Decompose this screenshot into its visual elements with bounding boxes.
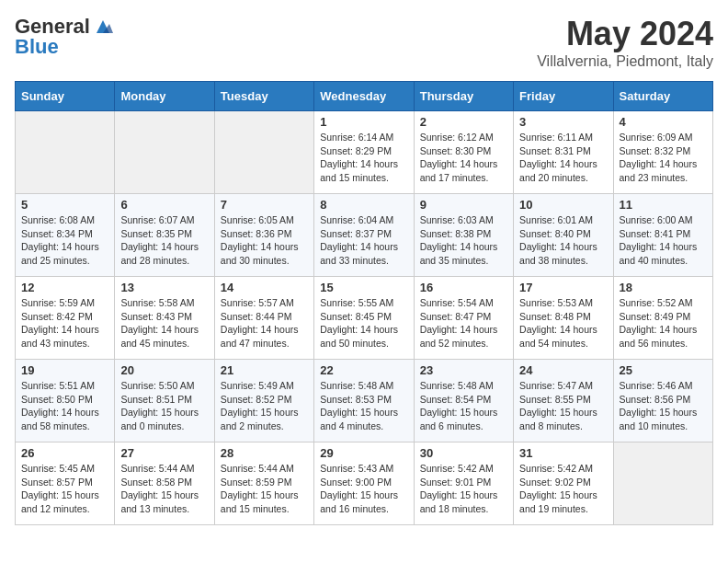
cell-info: Sunrise: 5:52 AMSunset: 8:49 PMDaylight:… <box>620 296 707 350</box>
header-thursday: Thursday <box>414 82 513 111</box>
cell-info: Sunrise: 5:49 AMSunset: 8:52 PMDaylight:… <box>221 379 308 433</box>
week-row-4: 19Sunrise: 5:51 AMSunset: 8:50 PMDayligh… <box>16 360 713 442</box>
day-number: 26 <box>21 446 108 460</box>
day-number: 12 <box>21 281 108 294</box>
week-row-2: 5Sunrise: 6:08 AMSunset: 8:34 PMDaylight… <box>16 194 713 277</box>
day-number: 25 <box>620 363 707 377</box>
calendar-cell: 27Sunrise: 5:44 AMSunset: 8:58 PMDayligh… <box>115 442 214 525</box>
calendar-cell: 19Sunrise: 5:51 AMSunset: 8:50 PMDayligh… <box>16 360 115 442</box>
cell-info: Sunrise: 5:58 AMSunset: 8:43 PMDaylight:… <box>120 296 208 350</box>
logo: General Blue <box>15 15 114 59</box>
cell-info: Sunrise: 5:45 AMSunset: 8:57 PMDaylight:… <box>21 462 108 516</box>
day-number: 14 <box>221 281 308 294</box>
calendar-cell: 17Sunrise: 5:53 AMSunset: 8:48 PMDayligh… <box>514 277 613 360</box>
cell-info: Sunrise: 5:44 AMSunset: 8:59 PMDaylight:… <box>221 462 308 516</box>
cell-info: Sunrise: 5:42 AMSunset: 9:01 PMDaylight:… <box>420 462 507 516</box>
cell-info: Sunrise: 5:53 AMSunset: 8:48 PMDaylight:… <box>519 296 607 350</box>
calendar-cell: 28Sunrise: 5:44 AMSunset: 8:59 PMDayligh… <box>214 442 313 525</box>
day-number: 18 <box>620 281 707 294</box>
cell-info: Sunrise: 5:44 AMSunset: 8:58 PMDaylight:… <box>120 462 208 516</box>
cell-info: Sunrise: 6:01 AMSunset: 8:40 PMDaylight:… <box>519 213 607 268</box>
cell-info: Sunrise: 5:43 AMSunset: 9:00 PMDaylight:… <box>320 462 407 516</box>
calendar-cell: 31Sunrise: 5:42 AMSunset: 9:02 PMDayligh… <box>514 442 613 525</box>
cell-info: Sunrise: 6:14 AMSunset: 8:29 PMDaylight:… <box>320 131 407 185</box>
calendar-cell: 8Sunrise: 6:04 AMSunset: 8:37 PMDaylight… <box>314 194 414 277</box>
calendar-cell: 26Sunrise: 5:45 AMSunset: 8:57 PMDayligh… <box>16 442 115 525</box>
calendar-cell: 25Sunrise: 5:46 AMSunset: 8:56 PMDayligh… <box>613 360 712 442</box>
cell-info: Sunrise: 5:42 AMSunset: 9:02 PMDaylight:… <box>519 462 607 516</box>
day-number: 22 <box>320 363 407 377</box>
calendar-cell: 1Sunrise: 6:14 AMSunset: 8:29 PMDaylight… <box>314 111 414 194</box>
day-number: 16 <box>420 281 507 294</box>
day-number: 2 <box>420 115 507 129</box>
day-number: 13 <box>120 281 208 294</box>
cell-info: Sunrise: 5:55 AMSunset: 8:45 PMDaylight:… <box>320 296 407 350</box>
calendar-cell: 18Sunrise: 5:52 AMSunset: 8:49 PMDayligh… <box>613 277 712 360</box>
cell-info: Sunrise: 6:00 AMSunset: 8:41 PMDaylight:… <box>620 213 707 268</box>
day-number: 28 <box>221 446 308 460</box>
logo-icon <box>93 17 113 37</box>
calendar-cell: 23Sunrise: 5:48 AMSunset: 8:54 PMDayligh… <box>414 360 513 442</box>
calendar-cell: 13Sunrise: 5:58 AMSunset: 8:43 PMDayligh… <box>115 277 214 360</box>
calendar-cell: 7Sunrise: 6:05 AMSunset: 8:36 PMDaylight… <box>214 194 313 277</box>
cell-info: Sunrise: 6:11 AMSunset: 8:31 PMDaylight:… <box>519 131 607 185</box>
header-saturday: Saturday <box>613 82 712 111</box>
calendar-cell <box>115 111 214 194</box>
calendar-cell: 29Sunrise: 5:43 AMSunset: 9:00 PMDayligh… <box>314 442 414 525</box>
day-number: 21 <box>221 363 308 377</box>
cell-info: Sunrise: 6:04 AMSunset: 8:37 PMDaylight:… <box>320 213 407 268</box>
page-header: General Blue May 2024 Villalvernia, Pied… <box>15 15 713 70</box>
calendar-cell: 10Sunrise: 6:01 AMSunset: 8:40 PMDayligh… <box>514 194 613 277</box>
day-number: 20 <box>120 363 208 377</box>
cell-info: Sunrise: 5:48 AMSunset: 8:54 PMDaylight:… <box>420 379 507 433</box>
cell-info: Sunrise: 5:50 AMSunset: 8:51 PMDaylight:… <box>120 379 208 433</box>
main-title: May 2024 <box>537 15 713 53</box>
day-number: 9 <box>420 198 507 212</box>
calendar-cell: 30Sunrise: 5:42 AMSunset: 9:01 PMDayligh… <box>414 442 513 525</box>
calendar-cell <box>613 442 712 525</box>
calendar-cell: 4Sunrise: 6:09 AMSunset: 8:32 PMDaylight… <box>613 111 712 194</box>
calendar-cell: 22Sunrise: 5:48 AMSunset: 8:53 PMDayligh… <box>314 360 414 442</box>
week-row-5: 26Sunrise: 5:45 AMSunset: 8:57 PMDayligh… <box>16 442 713 525</box>
calendar-cell: 11Sunrise: 6:00 AMSunset: 8:41 PMDayligh… <box>613 194 712 277</box>
calendar-cell <box>16 111 115 194</box>
calendar-cell: 21Sunrise: 5:49 AMSunset: 8:52 PMDayligh… <box>214 360 313 442</box>
day-number: 1 <box>320 115 407 129</box>
day-number: 5 <box>21 198 108 212</box>
cell-info: Sunrise: 5:46 AMSunset: 8:56 PMDaylight:… <box>620 379 707 433</box>
day-number: 7 <box>221 198 308 212</box>
header-tuesday: Tuesday <box>214 82 313 111</box>
day-number: 10 <box>519 198 607 212</box>
logo-blue: Blue <box>15 35 59 59</box>
header-wednesday: Wednesday <box>314 82 414 111</box>
header-row: SundayMondayTuesdayWednesdayThursdayFrid… <box>16 82 713 111</box>
calendar-cell: 20Sunrise: 5:50 AMSunset: 8:51 PMDayligh… <box>115 360 214 442</box>
day-number: 31 <box>519 446 607 460</box>
calendar-table: SundayMondayTuesdayWednesdayThursdayFrid… <box>15 81 713 525</box>
cell-info: Sunrise: 6:05 AMSunset: 8:36 PMDaylight:… <box>221 213 308 268</box>
calendar-cell: 15Sunrise: 5:55 AMSunset: 8:45 PMDayligh… <box>314 277 414 360</box>
header-friday: Friday <box>514 82 613 111</box>
day-number: 27 <box>120 446 208 460</box>
calendar-cell: 5Sunrise: 6:08 AMSunset: 8:34 PMDaylight… <box>16 194 115 277</box>
cell-info: Sunrise: 5:51 AMSunset: 8:50 PMDaylight:… <box>21 379 108 433</box>
day-number: 3 <box>519 115 607 129</box>
day-number: 29 <box>320 446 407 460</box>
calendar-cell: 2Sunrise: 6:12 AMSunset: 8:30 PMDaylight… <box>414 111 513 194</box>
cell-info: Sunrise: 6:09 AMSunset: 8:32 PMDaylight:… <box>620 131 707 185</box>
calendar-cell: 16Sunrise: 5:54 AMSunset: 8:47 PMDayligh… <box>414 277 513 360</box>
cell-info: Sunrise: 5:54 AMSunset: 8:47 PMDaylight:… <box>420 296 507 350</box>
day-number: 17 <box>519 281 607 294</box>
day-number: 8 <box>320 198 407 212</box>
calendar-cell: 9Sunrise: 6:03 AMSunset: 8:38 PMDaylight… <box>414 194 513 277</box>
subtitle: Villalvernia, Piedmont, Italy <box>537 53 713 70</box>
calendar-cell: 3Sunrise: 6:11 AMSunset: 8:31 PMDaylight… <box>514 111 613 194</box>
cell-info: Sunrise: 5:47 AMSunset: 8:55 PMDaylight:… <box>519 379 607 433</box>
day-number: 6 <box>120 198 208 212</box>
calendar-cell <box>214 111 313 194</box>
header-sunday: Sunday <box>16 82 115 111</box>
day-number: 23 <box>420 363 507 377</box>
title-block: May 2024 Villalvernia, Piedmont, Italy <box>537 15 713 70</box>
week-row-3: 12Sunrise: 5:59 AMSunset: 8:42 PMDayligh… <box>16 277 713 360</box>
cell-info: Sunrise: 5:57 AMSunset: 8:44 PMDaylight:… <box>221 296 308 350</box>
